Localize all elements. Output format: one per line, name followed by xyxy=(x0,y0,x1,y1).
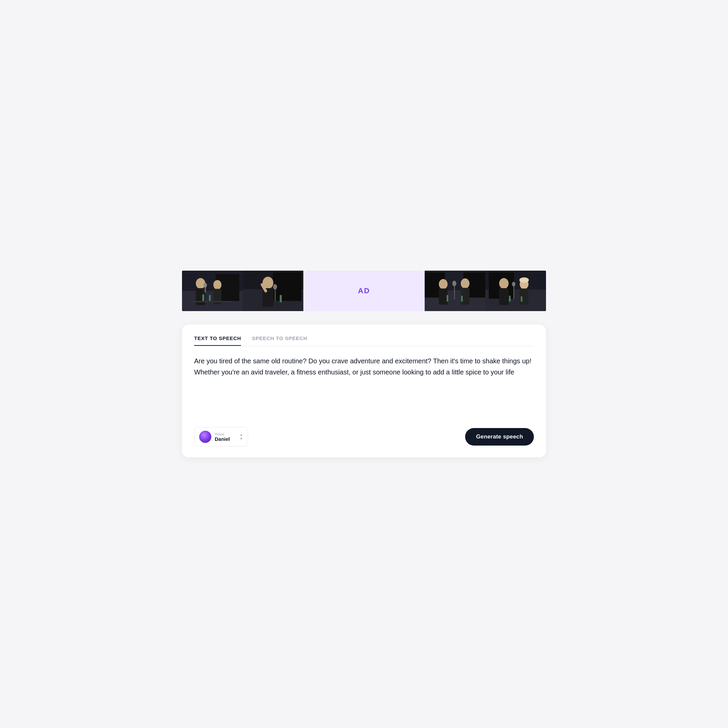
ad-label: AD xyxy=(358,286,370,295)
svg-rect-9 xyxy=(192,301,232,302)
svg-point-39 xyxy=(519,277,529,283)
voice-name: Daniel xyxy=(215,436,236,442)
scene-3 xyxy=(425,271,485,311)
film-frame-2 xyxy=(243,271,303,311)
film-strip: AD xyxy=(182,271,546,311)
voice-avatar-inner xyxy=(199,431,211,443)
tab-speech-to-speech[interactable]: SPEECH TO SPEECH xyxy=(252,335,307,346)
svg-rect-43 xyxy=(509,295,511,302)
main-container: AD xyxy=(182,271,546,457)
tabs: TEXT TO SPEECH SPEECH TO SPEECH xyxy=(194,335,534,346)
svg-rect-32 xyxy=(461,295,463,302)
scene-1 xyxy=(182,271,243,311)
svg-point-5 xyxy=(213,280,222,289)
svg-point-3 xyxy=(196,278,205,289)
film-frame-ad: AD xyxy=(303,271,425,311)
svg-rect-41 xyxy=(513,285,514,299)
svg-rect-37 xyxy=(499,288,509,305)
generate-speech-button[interactable]: Generate speech xyxy=(465,428,534,445)
svg-rect-26 xyxy=(439,289,448,305)
film-frame-1 xyxy=(182,271,243,311)
svg-rect-29 xyxy=(454,284,455,299)
svg-rect-10 xyxy=(202,294,204,301)
svg-point-30 xyxy=(452,281,456,286)
svg-rect-14 xyxy=(273,272,302,301)
svg-rect-18 xyxy=(275,288,276,301)
scene-4 xyxy=(485,271,546,311)
svg-point-36 xyxy=(499,278,509,289)
voice-selector[interactable]: Voice Daniel ▲ ▼ xyxy=(194,427,248,447)
voice-avatar xyxy=(199,431,211,443)
tab-text-to-speech[interactable]: TEXT TO SPEECH xyxy=(194,335,241,346)
voice-info: Voice Daniel xyxy=(215,432,236,442)
svg-rect-44 xyxy=(521,296,522,302)
speech-text: Are you tired of the same old routine? D… xyxy=(194,356,534,416)
svg-point-19 xyxy=(273,284,277,289)
film-frame-3 xyxy=(425,271,485,311)
svg-rect-31 xyxy=(447,295,448,302)
svg-point-25 xyxy=(439,279,448,289)
scene-2 xyxy=(243,271,303,311)
svg-point-8 xyxy=(203,283,207,288)
film-frame-4 xyxy=(485,271,546,311)
svg-point-42 xyxy=(512,282,515,286)
bottom-row: Voice Daniel ▲ ▼ Generate speech xyxy=(194,427,534,447)
chevron-updown-icon: ▲ ▼ xyxy=(240,433,243,440)
card: TEXT TO SPEECH SPEECH TO SPEECH Are you … xyxy=(182,324,546,457)
svg-point-27 xyxy=(461,278,470,289)
svg-rect-11 xyxy=(209,295,211,301)
voice-label: Voice xyxy=(215,432,236,436)
svg-rect-20 xyxy=(280,295,282,302)
